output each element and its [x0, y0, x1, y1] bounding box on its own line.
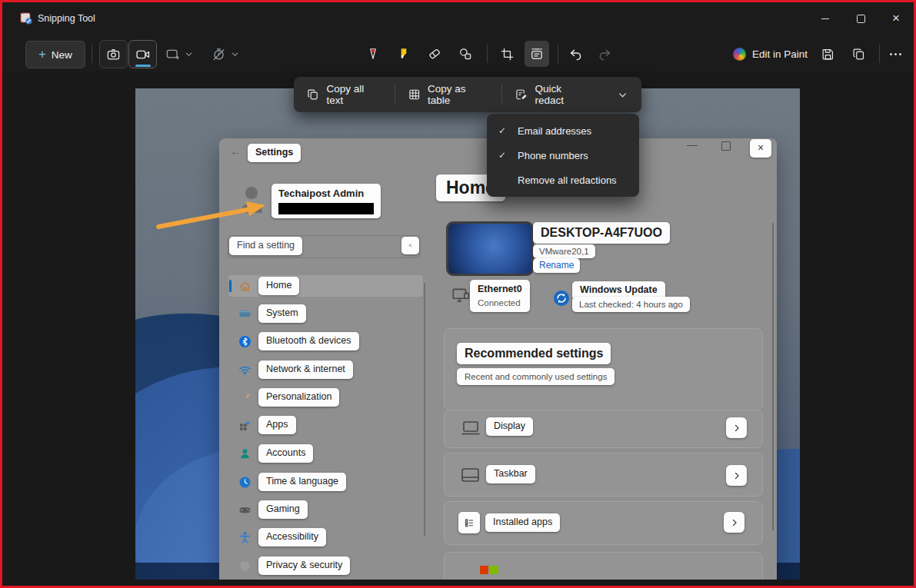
- chevron-right-icon: [730, 518, 739, 527]
- sidebar-item-system[interactable]: System: [238, 303, 306, 324]
- camera-icon: [106, 47, 121, 61]
- person-icon: [238, 447, 251, 460]
- account-name: Techaipost Admin: [278, 188, 364, 200]
- sidebar-label[interactable]: Network & internet: [258, 360, 353, 379]
- check-icon: ✓: [487, 150, 518, 161]
- sidebar-label[interactable]: Gaming: [258, 500, 308, 519]
- recommended-subtitle-pill[interactable]: Recent and commonly used settings: [457, 368, 615, 385]
- shapes-tool[interactable]: [453, 41, 478, 67]
- close-button[interactable]: ×: [878, 2, 914, 35]
- sidebar-item-network[interactable]: Network & internet: [238, 359, 353, 380]
- menu-item-label: Email addresses: [518, 125, 591, 137]
- snipping-tool-window: Snipping Tool × + New: [0, 0, 916, 588]
- installed-apps-icon: [458, 512, 480, 533]
- quick-redact-label: Quick redact: [535, 83, 591, 106]
- sidebar-item-bluetooth[interactable]: Bluetooth & devices: [238, 331, 359, 352]
- ethernet-status: Connected: [478, 297, 521, 308]
- menu-item-email-addresses[interactable]: ✓ Email addresses: [487, 118, 639, 143]
- divider: [92, 45, 92, 63]
- redo-button[interactable]: [592, 41, 617, 67]
- redo-icon: [598, 47, 612, 61]
- highlighter-icon: [396, 46, 411, 61]
- sidebar-item-accessibility[interactable]: Accessibility: [238, 527, 326, 548]
- edit-in-paint-button[interactable]: Edit in Paint: [733, 42, 808, 65]
- highlighter-tool[interactable]: [391, 41, 416, 67]
- shapes-icon: [458, 46, 473, 61]
- record-mode-button[interactable]: [128, 40, 157, 68]
- windows-update-status-pill[interactable]: Last checked: 4 hours ago: [572, 297, 690, 312]
- menu-item-label: Phone numbers: [518, 150, 588, 161]
- sidebar-label[interactable]: Accessibility: [258, 528, 326, 546]
- maximize-button[interactable]: [843, 2, 878, 35]
- titlebar: Snipping Tool ×: [2, 2, 914, 35]
- copy-all-text-button[interactable]: Copy all text: [294, 77, 395, 112]
- device-model-pill[interactable]: VMware20,1: [533, 244, 595, 258]
- undo-button[interactable]: [563, 41, 588, 67]
- recommended-title-pill[interactable]: Recommended settings: [457, 343, 611, 364]
- save-button[interactable]: [815, 41, 840, 67]
- sidebar-label[interactable]: Time & language: [258, 473, 346, 491]
- more-options-button[interactable]: [883, 41, 908, 67]
- sidebar-item-apps[interactable]: Apps: [238, 414, 296, 436]
- settings-close-icon[interactable]: ×: [750, 139, 771, 158]
- taskbar-label-pill[interactable]: Taskbar: [486, 465, 535, 483]
- settings-minimize-icon: [687, 145, 698, 146]
- ethernet-pill[interactable]: Ethernet0 Connected: [470, 280, 530, 312]
- sidebar-scrollbar[interactable]: [424, 283, 425, 537]
- sidebar-label[interactable]: Personalization: [258, 388, 339, 407]
- crop-tool[interactable]: [495, 41, 519, 67]
- sidebar-label[interactable]: Bluetooth & devices: [258, 332, 359, 350]
- display-chevron-button[interactable]: [726, 417, 747, 438]
- sidebar-label[interactable]: Apps: [258, 416, 296, 434]
- eraser-tool[interactable]: [422, 41, 447, 67]
- taskbar-icon: [461, 467, 480, 483]
- search-placeholder-pill[interactable]: Find a setting: [229, 237, 302, 255]
- settings-title-pill[interactable]: Settings: [248, 144, 301, 162]
- ballpoint-pen-tool[interactable]: [361, 41, 385, 67]
- chevron-down-icon: [618, 90, 628, 100]
- sidebar-item-accounts[interactable]: Accounts: [238, 443, 313, 464]
- copy-icon: [306, 88, 319, 101]
- sidebar-label[interactable]: Accounts: [258, 444, 313, 463]
- back-arrow-icon: ←: [230, 145, 241, 158]
- app-icon: [19, 12, 33, 25]
- check-icon: ✓: [487, 125, 518, 136]
- account-name-pill[interactable]: Techaipost Admin: [271, 184, 381, 218]
- video-camera-icon: [135, 47, 151, 62]
- menu-item-remove-all-redactions[interactable]: Remove all redactions: [487, 168, 639, 192]
- clock-globe-icon: [238, 476, 251, 489]
- delay-timer-dropdown[interactable]: [212, 42, 239, 65]
- taskbar-chevron-button[interactable]: [726, 465, 747, 486]
- sidebar-label[interactable]: Home: [258, 277, 299, 295]
- new-snip-button[interactable]: + New: [25, 41, 85, 68]
- quick-redact-dropdown-button[interactable]: [604, 77, 641, 112]
- snapshot-mode-button[interactable]: [99, 40, 128, 68]
- main-scrollbar[interactable]: [772, 223, 774, 530]
- installed-apps-chevron-button[interactable]: [724, 512, 744, 533]
- divider: [558, 45, 558, 63]
- display-icon: [461, 420, 481, 437]
- search-icon[interactable]: [401, 237, 419, 254]
- sidebar-item-gaming[interactable]: Gaming: [238, 499, 308, 520]
- snip-shape-dropdown[interactable]: [165, 42, 193, 65]
- minimize-button[interactable]: [808, 2, 843, 35]
- copy-as-table-label: Copy as table: [428, 83, 489, 106]
- sidebar-item-time-language[interactable]: Time & language: [238, 471, 346, 493]
- redaction-bar[interactable]: [278, 203, 374, 214]
- rename-link-pill[interactable]: Rename: [533, 258, 580, 273]
- copy-as-table-button[interactable]: Copy as table: [395, 77, 502, 112]
- quick-redact-button[interactable]: Quick redact: [502, 77, 604, 112]
- sidebar-label[interactable]: System: [258, 304, 306, 323]
- text-actions-tool[interactable]: [525, 41, 549, 67]
- red-pen-icon: [365, 46, 381, 61]
- device-name-pill[interactable]: DESKTOP-A4F7UOO: [533, 222, 670, 244]
- installed-apps-label-pill[interactable]: Installed apps: [485, 513, 560, 532]
- sidebar-label[interactable]: Privacy & security: [258, 556, 350, 575]
- divider: [487, 45, 488, 63]
- display-label-pill[interactable]: Display: [486, 417, 533, 436]
- sidebar-item-privacy[interactable]: Privacy & security: [238, 555, 350, 576]
- copy-button[interactable]: [846, 41, 871, 67]
- sidebar-item-personalization[interactable]: Personalization: [238, 387, 339, 408]
- sidebar-item-home[interactable]: Home: [238, 275, 299, 297]
- menu-item-phone-numbers[interactable]: ✓ Phone numbers: [487, 143, 639, 168]
